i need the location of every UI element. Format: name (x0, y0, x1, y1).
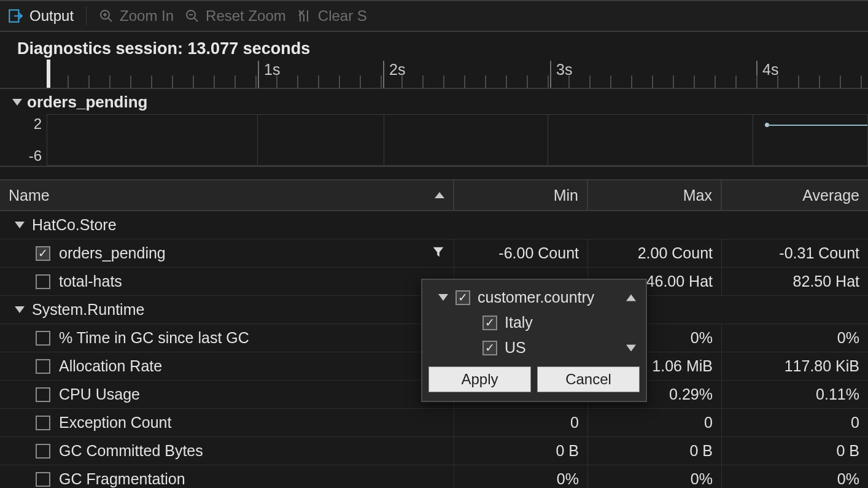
toolbar: Output Zoom In Reset Zoom Clear S (0, 0, 868, 32)
row-avg-cell: 0.11% (722, 381, 868, 408)
sort-asc-icon (435, 192, 444, 198)
filter-field-label: customer.country (478, 289, 594, 306)
row-max-cell: 0 (588, 409, 722, 436)
row-name-cell[interactable]: % Time in GC since last GC (0, 324, 454, 352)
row-max-cell: 2.00 Count (588, 239, 722, 267)
filter-field-row[interactable]: customer.country (427, 285, 641, 310)
row-name-cell[interactable]: GC Committed Bytes (0, 437, 454, 465)
collapse-icon (15, 306, 25, 313)
chart-yaxis: 2 -6 (0, 114, 47, 166)
cancel-button[interactable]: Cancel (537, 366, 640, 392)
row-name-label: total-hats (59, 273, 122, 290)
output-icon (7, 8, 23, 24)
row-checkbox[interactable] (36, 359, 50, 374)
row-max-cell: 0 B (588, 437, 722, 465)
filter-option-row[interactable]: Italy (427, 310, 641, 335)
row-min-cell: 0 B (454, 437, 588, 465)
table-row: GC Committed Bytes0 B0 B0 B (0, 437, 868, 465)
toolbar-divider (86, 7, 87, 25)
row-name-cell[interactable]: total-hats (0, 268, 454, 295)
row-avg-cell: 82.50 Hat (722, 268, 868, 295)
row-name-label: GC Committed Bytes (59, 442, 203, 460)
row-name-cell[interactable]: Exception Count (0, 409, 454, 436)
row-checkbox[interactable] (36, 444, 50, 459)
table-row: GC Fragmentation0%0%0% (0, 465, 868, 488)
row-checkbox[interactable] (36, 472, 50, 487)
row-min-cell: 0 (454, 409, 588, 436)
apply-button[interactable]: Apply (428, 366, 531, 392)
timeline-cursor[interactable] (47, 60, 50, 88)
row-name-label: orders_pending (59, 244, 166, 262)
group-row[interactable]: HatCo.Store (0, 211, 868, 239)
clear-button[interactable]: Clear S (297, 1, 367, 31)
zoom-in-label: Zoom In (120, 7, 174, 25)
output-label: Output (29, 7, 74, 25)
chart-lane: 2 -6 (0, 114, 868, 167)
zoom-in-icon (99, 9, 114, 23)
svg-line-6 (194, 18, 198, 21)
group-label: System.Runtime (32, 301, 144, 319)
row-avg-cell: 0% (722, 465, 868, 488)
row-name-label: Allocation Rate (59, 357, 162, 375)
table-header: Name Min Max Average (0, 180, 868, 211)
chart-ymax: 2 (34, 115, 42, 133)
lane-title: orders_pending (27, 93, 147, 112)
reset-zoom-button[interactable]: Reset Zoom (185, 1, 286, 31)
group-label: HatCo.Store (32, 216, 117, 234)
col-name[interactable]: Name (0, 180, 454, 210)
timeline-ruler[interactable]: 1s2s3s4s (0, 60, 868, 89)
row-name-cell[interactable]: orders_pending (0, 239, 454, 267)
filter-option-checkbox[interactable] (482, 316, 497, 330)
ruler-tick: 4s (756, 61, 778, 88)
chart-plot[interactable] (47, 114, 868, 166)
filter-option-row[interactable]: US (427, 335, 641, 360)
row-name-label: % Time in GC since last GC (59, 329, 249, 347)
clear-label: Clear S (318, 7, 367, 25)
row-checkbox[interactable] (36, 274, 50, 289)
lane-header[interactable]: orders_pending (0, 89, 868, 114)
row-name-cell[interactable]: CPU Usage (0, 381, 454, 408)
collapse-icon (12, 99, 22, 106)
row-avg-cell: 0 (722, 409, 868, 436)
output-button[interactable]: Output (7, 1, 74, 31)
clear-icon (297, 9, 312, 23)
filter-option-label: Italy (505, 314, 533, 331)
filter-option-label: US (505, 339, 526, 357)
row-min-cell: -6.00 Count (454, 239, 588, 267)
filter-popup: customer.country ItalyUS Apply Cancel (421, 279, 647, 402)
row-avg-cell: 117.80 KiB (722, 352, 868, 380)
filter-option-checkbox[interactable] (482, 341, 497, 355)
row-name-label: GC Fragmentation (59, 470, 185, 488)
chart-ymin: -6 (29, 147, 42, 165)
row-name-label: Exception Count (59, 414, 171, 432)
row-name-cell[interactable]: Allocation Rate (0, 352, 454, 380)
reset-zoom-icon (185, 9, 200, 23)
table-row: Exception Count000 (0, 409, 868, 437)
row-checkbox[interactable] (36, 246, 50, 261)
col-avg[interactable]: Average (722, 180, 868, 210)
row-checkbox[interactable] (36, 331, 50, 346)
expand-icon (438, 294, 448, 301)
col-min[interactable]: Min (454, 180, 588, 210)
filter-field-checkbox[interactable] (455, 290, 470, 305)
zoom-in-button[interactable]: Zoom In (99, 1, 174, 31)
row-checkbox[interactable] (36, 416, 50, 430)
scroll-up-icon[interactable] (626, 294, 636, 301)
session-label: Diagnostics session: 13.077 seconds (0, 32, 868, 62)
table-row: orders_pending-6.00 Count2.00 Count-0.31… (0, 239, 868, 268)
row-name-cell[interactable]: GC Fragmentation (0, 465, 454, 488)
filter-icon[interactable] (432, 244, 445, 262)
row-avg-cell: 0% (722, 324, 868, 352)
row-max-cell: 0% (588, 465, 722, 488)
row-min-cell: 0% (454, 465, 588, 488)
reset-zoom-label: Reset Zoom (206, 7, 286, 25)
row-checkbox[interactable] (36, 387, 50, 402)
row-name-label: CPU Usage (59, 385, 140, 403)
col-max[interactable]: Max (588, 180, 722, 210)
collapse-icon (15, 222, 25, 228)
row-avg-cell: -0.31 Count (722, 239, 868, 267)
row-avg-cell: 0 B (722, 437, 868, 465)
scroll-down-icon[interactable] (626, 344, 636, 351)
svg-line-2 (108, 18, 112, 21)
trace-line (767, 125, 867, 126)
